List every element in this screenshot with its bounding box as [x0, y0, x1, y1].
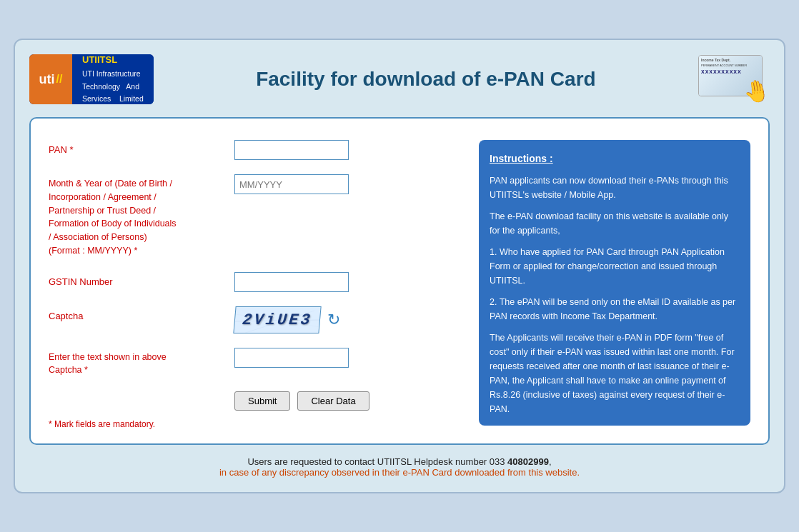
gstin-row: GSTIN Number	[49, 272, 465, 292]
instruction-para-5: The Applicants will receive their e-PAN …	[490, 331, 740, 416]
captcha-image: 2ViUE3	[233, 306, 321, 333]
instruction-para-1: PAN applicants can now download their e-…	[490, 174, 740, 202]
uti-logo-text: uti	[39, 72, 55, 87]
captcha-text-input[interactable]	[234, 348, 349, 368]
form-section: PAN * Month & Year of (Date of Birth / I…	[49, 140, 465, 429]
pan-input[interactable]	[234, 140, 349, 160]
dob-label: Month & Year of (Date of Birth / Incorpo…	[49, 174, 234, 258]
footer-line1: Users are requested to contact UTIITSL H…	[29, 456, 770, 467]
captcha-input-wrapper: 2ViUE3 ↻	[234, 306, 465, 333]
pan-label: PAN *	[49, 140, 234, 157]
captcha-text: 2ViUE3	[242, 311, 312, 328]
hand-icon: 🤚	[741, 76, 772, 106]
instruction-para-2: The e-PAN download facility on this webs…	[490, 209, 740, 238]
main-panel: PAN * Month & Year of (Date of Birth / I…	[29, 117, 770, 445]
pan-row: PAN *	[49, 140, 465, 160]
dob-row: Month & Year of (Date of Birth / Incorpo…	[49, 174, 465, 258]
logo-slashes: //	[56, 73, 63, 86]
refresh-captcha-icon[interactable]: ↻	[327, 311, 340, 329]
header: uti // UTIITSL UTI InfrastructureTechnol…	[29, 54, 770, 104]
gstin-label: GSTIN Number	[49, 272, 234, 289]
logo-block: uti // UTIITSL UTI InfrastructureTechnol…	[29, 54, 154, 104]
captcha-text-input-wrapper	[234, 348, 465, 368]
dob-input[interactable]	[234, 174, 349, 194]
company-tagline: UTI InfrastructureTechnology AndServices…	[82, 69, 144, 103]
instruction-para-6: Note: (scroll down to read more)	[490, 423, 740, 426]
gstin-input[interactable]	[234, 272, 349, 292]
page-title: Facility for download of e-PAN Card	[154, 68, 698, 91]
gstin-input-wrapper	[234, 272, 465, 292]
mandatory-note: * Mark fields are mandatory.	[49, 419, 465, 429]
footer-phone: 40802999	[507, 456, 549, 467]
instructions-panel: Instructions : PAN applicants can now do…	[479, 140, 750, 426]
instructions-title: Instructions :	[490, 151, 740, 166]
footer: Users are requested to contact UTIITSL H…	[29, 456, 770, 478]
captcha-text-row: Enter the text shown in aboveCaptcha *	[49, 348, 465, 378]
captcha-label: Captcha	[49, 306, 234, 323]
pan-mandatory-star: *	[69, 144, 73, 155]
buttons-row: Submit Clear Data	[234, 391, 465, 411]
captcha-text-label: Enter the text shown in aboveCaptcha *	[49, 348, 234, 378]
pan-input-wrapper	[234, 140, 465, 160]
footer-line1-text: Users are requested to contact UTIITSL H…	[247, 456, 551, 467]
utiitsl-label: UTIITSL	[82, 54, 144, 68]
pan-card-image-area: Income Tax Dept. PERMANENT ACCOUNT NUMBE…	[698, 55, 770, 104]
logo-blue-section: UTIITSL UTI InfrastructureTechnology And…	[72, 54, 154, 104]
captcha-row: Captcha 2ViUE3 ↻	[49, 306, 465, 333]
clear-button[interactable]: Clear Data	[297, 391, 369, 411]
dob-input-wrapper	[234, 174, 465, 194]
instruction-para-3: 1. Who have applied for PAN Card through…	[490, 245, 740, 288]
footer-line2: in case of any discrepancy observed in t…	[29, 467, 770, 478]
submit-button[interactable]: Submit	[234, 391, 290, 411]
logo-orange-section: uti //	[29, 54, 72, 104]
instruction-para-4: 2. The ePAN will be send only on the eMa…	[490, 295, 740, 323]
footer-line2-text: in case of any discrepancy observed in t…	[219, 467, 580, 478]
outer-wrapper: uti // UTIITSL UTI InfrastructureTechnol…	[14, 39, 785, 493]
